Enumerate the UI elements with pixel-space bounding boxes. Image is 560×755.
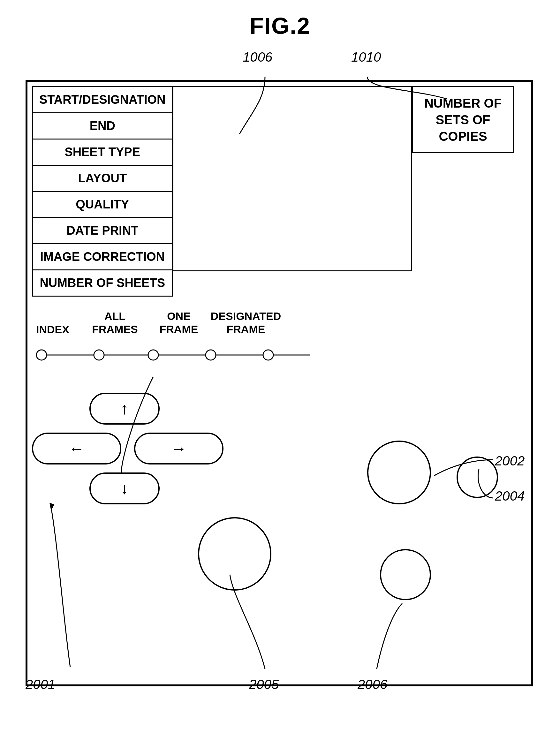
large-circle-2005[interactable]: [198, 517, 272, 591]
small-circle-2004[interactable]: [457, 456, 498, 498]
page-title: FIG.2: [250, 13, 310, 39]
display-panel: [173, 86, 412, 271]
menu-item-number-of-sheets[interactable]: NUMBER OF SHEETS: [33, 270, 173, 296]
left-button[interactable]: ←: [32, 433, 121, 465]
menu-item-image-correction[interactable]: IMAGE CORRECTION: [33, 244, 173, 270]
menu-item-quality[interactable]: QUALITY: [33, 191, 173, 218]
nav-label-one-frame: ONEFRAME: [160, 310, 198, 336]
menu-item-end[interactable]: END: [33, 113, 173, 139]
nav-dot-extra: [263, 350, 273, 360]
nav-dot-index: [36, 350, 47, 360]
menu-item-sheet-type[interactable]: SHEET TYPE: [33, 139, 173, 165]
ref-1010: 1010: [351, 49, 381, 65]
right-button[interactable]: →: [134, 433, 223, 465]
down-button[interactable]: ↓: [89, 472, 160, 504]
menu-item-date-print[interactable]: DATE PRINT: [33, 218, 173, 244]
medium-circle-2006[interactable]: [380, 549, 431, 600]
copies-panel: NUMBER OFSETS OF COPIES: [412, 86, 514, 153]
menu-item-start-designation[interactable]: START/DESIGNATION: [33, 87, 173, 113]
nav-dot-all-frames: [94, 350, 104, 360]
ref-2005: 2005: [249, 677, 279, 692]
nav-line-svg: [32, 348, 319, 367]
large-circle-2002[interactable]: [367, 441, 431, 504]
left-arrow: ←: [68, 439, 85, 458]
copies-label: NUMBER OFSETS OF COPIES: [413, 95, 513, 145]
up-arrow: ↑: [121, 400, 129, 418]
right-arrow: →: [171, 439, 187, 458]
ref-2001: 2001: [25, 677, 55, 692]
nav-dot-one-frame: [148, 350, 158, 360]
ref-2002: 2002: [495, 453, 524, 469]
ref-1006: 1006: [243, 49, 272, 65]
down-arrow: ↓: [121, 479, 129, 498]
ref-2006: 2006: [358, 677, 387, 692]
nav-dot-designated-frame: [206, 350, 216, 360]
menu-item-layout[interactable]: LAYOUT: [33, 165, 173, 191]
up-button[interactable]: ↑: [89, 393, 160, 425]
nav-label-all-frames: ALLFRAMES: [92, 310, 138, 336]
nav-label-designated-frame: DESIGNATEDFRAME: [211, 310, 281, 336]
ref-2004: 2004: [495, 488, 524, 504]
menu-table: START/DESIGNATIONENDSHEET TYPELAYOUTQUAL…: [32, 86, 173, 297]
nav-label-index: INDEX: [36, 323, 69, 336]
